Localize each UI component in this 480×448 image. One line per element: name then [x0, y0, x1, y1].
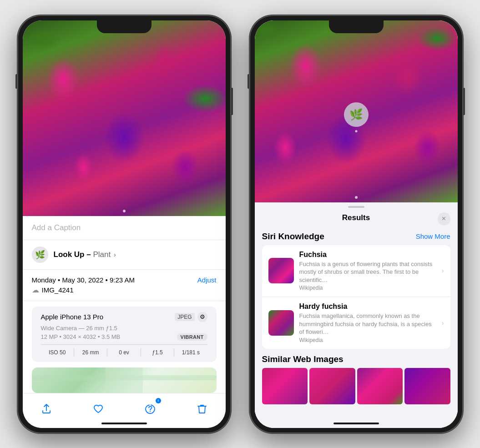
exif-iso: ISO 50	[41, 348, 74, 357]
flower-photo-left[interactable]	[23, 20, 226, 216]
similar-images-row	[262, 368, 450, 404]
map-section[interactable]	[32, 367, 217, 393]
siri-vi-button[interactable]: 🌿	[344, 102, 369, 127]
hardy-chevron: ›	[442, 319, 444, 327]
photo-indicator-right	[355, 196, 358, 199]
fuchsia-desc: Fuchsia is a genus of flowering plants t…	[299, 260, 436, 284]
share-button[interactable]	[36, 399, 56, 419]
file-info: 12 MP • 3024 × 4032 • 3.5 MB	[41, 333, 121, 340]
similar-image-2[interactable]	[309, 368, 355, 404]
fuchsia-source: Wikipedia	[299, 285, 436, 291]
similar-image-1[interactable]	[262, 368, 308, 404]
exif-aperture: ƒ1.5	[141, 348, 174, 357]
delete-button[interactable]	[192, 399, 212, 419]
left-phone-content: Add a Caption 🌿 Look Up – Plant › Monday…	[23, 20, 226, 428]
notch-left	[97, 20, 152, 33]
similar-image-3[interactable]	[357, 368, 403, 404]
exif-mm: 26 mm	[74, 348, 107, 357]
love-button[interactable]	[88, 399, 108, 419]
lookup-section[interactable]: 🌿 Look Up – Plant ›	[23, 240, 226, 270]
cloud-icon: ☁	[32, 286, 39, 294]
lookup-chevron: ›	[114, 251, 116, 258]
siri-indicator	[355, 130, 357, 132]
flower-photo-right[interactable]: 🌿	[255, 20, 458, 202]
right-phone-frame: 🌿 Results ✕	[249, 15, 463, 433]
knowledge-card: Fuchsia Fuchsia is a genus of flowering …	[262, 245, 450, 349]
fuchsia-chevron: ›	[442, 267, 444, 274]
vibrant-badge: VIBRANT	[177, 333, 207, 341]
caption-area[interactable]: Add a Caption	[23, 216, 226, 240]
siri-knowledge-title: Siri Knowledge	[262, 232, 324, 242]
close-button[interactable]: ✕	[438, 212, 450, 225]
drag-handle	[348, 206, 364, 208]
caption-placeholder[interactable]: Add a Caption	[32, 223, 81, 232]
exif-shutter: 1/181 s	[174, 348, 207, 357]
results-title: Results	[342, 213, 370, 222]
knowledge-item-fuchsia[interactable]: Fuchsia Fuchsia is a genus of flowering …	[262, 245, 450, 297]
hardy-text: Hardy fuchsia Fuchsia magellanica, commo…	[299, 302, 436, 343]
hardy-desc: Fuchsia magellanica, commonly known as t…	[299, 312, 436, 336]
knowledge-item-hardy[interactable]: Hardy fuchsia Fuchsia magellanica, commo…	[262, 297, 450, 349]
device-name: Apple iPhone 13 Pro	[41, 313, 104, 321]
fuchsia-name: Fuchsia	[299, 251, 436, 259]
format-badge: JPEG	[175, 313, 194, 321]
exif-row: ISO 50 26 mm 0 ev ƒ1.5 1/181 s	[41, 344, 207, 357]
exif-ev: 0 ev	[107, 348, 141, 357]
home-indicator-right	[333, 423, 379, 424]
similar-title: Similar Web Images	[262, 354, 450, 364]
notch-right	[329, 20, 384, 33]
left-phone-inner: Add a Caption 🌿 Look Up – Plant › Monday…	[23, 20, 226, 428]
adjust-button[interactable]: Adjust	[197, 276, 217, 284]
lookup-icon: 🌿	[32, 247, 48, 263]
lookup-label: Look Up – Plant ›	[54, 250, 116, 259]
camera-info: Wide Camera — 26 mm ƒ1.5	[41, 325, 207, 332]
right-phone-content: 🌿 Results ✕	[255, 20, 458, 428]
info-button[interactable]: i	[140, 399, 160, 419]
results-panel: Results ✕ Siri Knowledge Show More	[255, 202, 458, 428]
right-phone-inner: 🌿 Results ✕	[255, 20, 458, 428]
fuchsia-text: Fuchsia Fuchsia is a genus of flowering …	[299, 251, 436, 292]
hardy-thumbnail	[268, 310, 294, 336]
meta-date: Monday • May 30, 2022 • 9:23 AM	[32, 276, 135, 284]
photo-indicator-left	[123, 210, 126, 212]
hardy-name: Hardy fuchsia	[299, 302, 436, 311]
results-handle[interactable]	[255, 202, 458, 210]
show-more-button[interactable]: Show More	[416, 232, 450, 240]
phones-container: Add a Caption 🌿 Look Up – Plant › Monday…	[17, 15, 463, 433]
metadata-section: Monday • May 30, 2022 • 9:23 AM Adjust ☁…	[23, 270, 226, 301]
similar-section: Similar Web Images	[262, 354, 450, 404]
siri-knowledge-header: Siri Knowledge Show More	[262, 232, 450, 242]
fuchsia-thumbnail	[268, 258, 294, 283]
left-phone-frame: Add a Caption 🌿 Look Up – Plant › Monday…	[17, 15, 231, 433]
hardy-source: Wikipedia	[299, 337, 436, 343]
siri-leaf-icon: 🌿	[349, 108, 363, 121]
gear-badge[interactable]: ⚙	[197, 312, 207, 322]
device-badges: JPEG ⚙	[175, 312, 207, 322]
results-body: Siri Knowledge Show More Fuchsia Fuchsia…	[255, 228, 458, 428]
similar-image-4[interactable]	[404, 368, 450, 404]
results-header: Results ✕	[255, 210, 458, 228]
home-indicator-left	[101, 423, 147, 424]
device-section: Apple iPhone 13 Pro JPEG ⚙ Wide Camera —…	[32, 307, 217, 362]
meta-filename: ☁ IMG_4241	[32, 286, 217, 294]
